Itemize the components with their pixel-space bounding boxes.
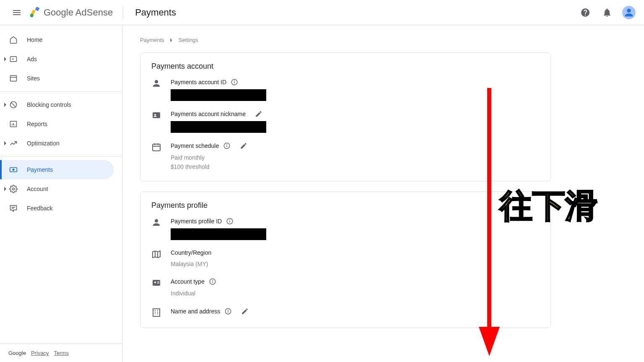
sidebar-item-blocking[interactable]: Blocking controls [0, 95, 114, 114]
brand-logo[interactable]: Google AdSense [29, 7, 113, 18]
footer-privacy-link[interactable]: Privacy [31, 350, 49, 356]
help-icon [580, 8, 590, 18]
redacted-value [171, 89, 266, 101]
info-icon[interactable] [224, 308, 232, 315]
field-country: Country/Region Malaysia (MY) [151, 249, 540, 269]
field-label: Account type [171, 278, 205, 285]
person-icon [151, 78, 161, 88]
info-icon[interactable] [226, 217, 234, 225]
field-label: Payments account nickname [171, 111, 246, 117]
field-value: $100 threshold [171, 162, 540, 171]
home-icon [8, 35, 18, 45]
edit-button[interactable] [240, 142, 247, 150]
breadcrumb-child: Settings [179, 37, 198, 43]
feedback-icon [8, 203, 18, 213]
breadcrumb-root[interactable]: Payments [140, 37, 164, 43]
svg-point-0 [30, 13, 34, 17]
field-payment-schedule: Payment schedule Paid monthly $100 thres… [151, 142, 540, 172]
field-label: Payment schedule [171, 142, 219, 149]
edit-button[interactable] [255, 110, 262, 118]
nav-label: Sites [27, 75, 40, 82]
nav-label: Feedback [27, 205, 52, 212]
field-profile-id: Payments profile ID [151, 217, 540, 240]
field-name-address: Name and address [151, 308, 540, 318]
field-account-type: Account type Individual [151, 278, 540, 298]
menu-button[interactable] [7, 3, 27, 23]
hamburger-icon [12, 8, 22, 18]
nav-label: Account [27, 186, 48, 192]
nav-label: Payments [27, 166, 53, 173]
nav-label: Blocking controls [27, 101, 71, 108]
svg-point-21 [154, 114, 156, 116]
account-button[interactable] [621, 4, 637, 21]
nav-label: Ads [27, 56, 37, 62]
info-icon[interactable] [223, 142, 231, 150]
nav-label: Home [27, 36, 42, 43]
field-label: Payments profile ID [171, 218, 222, 225]
svg-point-42 [213, 280, 213, 281]
main-content: Payments Settings Payments account Payme… [122, 25, 644, 362]
sidebar-item-home[interactable]: Home [0, 30, 114, 49]
page-title: Payments [135, 7, 176, 18]
info-icon[interactable] [231, 78, 238, 86]
sidebar-item-optimization[interactable]: Optimization [0, 134, 114, 153]
breadcrumb: Payments Settings [140, 37, 626, 43]
help-button[interactable] [577, 4, 594, 21]
chevron-right-icon [3, 187, 8, 191]
svg-point-29 [155, 219, 158, 222]
nav: Home Ads Sites Blocking controls [0, 25, 122, 344]
notifications-button[interactable] [599, 4, 615, 21]
payments-icon [8, 165, 18, 175]
svg-point-1 [627, 8, 631, 12]
header-divider [123, 6, 123, 19]
sidebar-item-reports[interactable]: Reports [0, 114, 114, 134]
field-account-id: Payments account ID [151, 78, 540, 101]
ads-icon [8, 54, 18, 64]
card-title: Payments account [151, 62, 540, 71]
chevron-right-icon [3, 141, 8, 145]
svg-rect-20 [153, 112, 160, 118]
redacted-value [171, 228, 266, 240]
sidebar-item-feedback[interactable]: Feedback [0, 199, 114, 218]
sidebar-item-sites[interactable]: Sites [0, 69, 114, 88]
field-value: Malaysia (MY) [171, 259, 540, 269]
block-icon [8, 100, 18, 110]
map-icon [151, 249, 161, 259]
info-icon[interactable] [209, 278, 216, 285]
svg-rect-39 [157, 283, 159, 284]
sidebar-item-account[interactable]: Account [0, 179, 114, 199]
field-value: Individual [171, 289, 540, 298]
header-actions [577, 4, 637, 21]
svg-marker-54 [479, 327, 500, 356]
footer-google: Google [8, 350, 26, 356]
footer-terms-link[interactable]: Terms [54, 350, 69, 356]
sidebar-item-payments[interactable]: Payments [0, 160, 114, 179]
sidebar: Home Ads Sites Blocking controls [0, 25, 122, 362]
sidebar-item-ads[interactable]: Ads [0, 49, 114, 69]
chevron-right-icon [170, 38, 173, 42]
field-label: Name and address [171, 308, 220, 315]
optimization-icon [8, 138, 18, 148]
field-label: Country/Region [171, 249, 211, 256]
calendar-icon [151, 142, 161, 152]
svg-point-19 [234, 81, 235, 81]
person-icon [151, 217, 161, 228]
gear-icon [8, 184, 18, 194]
nav-label: Optimization [27, 140, 60, 147]
brand-text: Google AdSense [44, 7, 113, 18]
svg-rect-3 [10, 75, 17, 81]
svg-rect-38 [157, 282, 159, 282]
field-value: Paid monthly [171, 153, 540, 162]
svg-point-37 [154, 282, 156, 283]
edit-button[interactable] [241, 308, 249, 315]
svg-point-13 [13, 188, 15, 190]
svg-point-32 [230, 220, 230, 220]
svg-marker-33 [153, 251, 160, 258]
field-account-nickname: Payments account nickname [151, 110, 540, 133]
app-header: Google AdSense Payments [0, 0, 644, 25]
sites-icon [8, 73, 18, 83]
payments-account-card: Payments account Payments account ID Pay… [140, 52, 551, 181]
adsense-icon [29, 7, 40, 18]
nav-label: Reports [27, 121, 47, 127]
badge-icon [151, 110, 161, 120]
